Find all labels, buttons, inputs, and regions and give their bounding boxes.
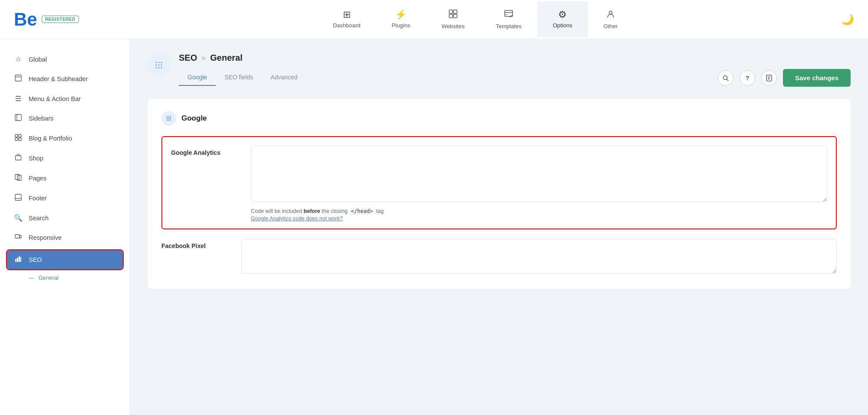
logo-area: Be REGISTERED — [14, 10, 109, 29]
page-icon — [148, 54, 170, 76]
svg-rect-2 — [449, 14, 453, 18]
svg-point-30 — [158, 65, 160, 66]
svg-rect-11 — [15, 134, 18, 137]
sidebar-label-seo: SEO — [29, 256, 42, 263]
svg-point-46 — [170, 118, 171, 119]
nav-item-plugins[interactable]: ⚡ Plugins — [376, 1, 426, 37]
svg-rect-0 — [449, 10, 453, 13]
facebook-pixel-input-area — [241, 239, 837, 275]
star-icon: ☆ — [14, 55, 23, 63]
notes-action-button[interactable] — [761, 70, 777, 86]
nav-label-dashboard: Dashboard — [333, 22, 361, 29]
top-nav-items: ⊞ Dashboard ⚡ Plugins Websites — [109, 0, 841, 38]
save-changes-button[interactable]: Save changes — [783, 69, 851, 87]
templates-icon — [504, 9, 513, 20]
sidebar-sub-general[interactable]: — General — [0, 272, 130, 284]
sidebar-item-footer[interactable]: Footer — [0, 188, 130, 208]
svg-point-26 — [156, 62, 157, 63]
tab-seo-fields[interactable]: SEO fields — [216, 70, 262, 86]
tab-advanced[interactable]: Advanced — [262, 70, 306, 86]
svg-rect-23 — [17, 258, 18, 262]
google-analytics-field-row: Google Analytics Code will be included b… — [161, 136, 837, 229]
svg-rect-1 — [454, 10, 457, 13]
options-icon: ⚙ — [558, 10, 567, 20]
sidebar-label-header-subheader: Header & Subheader — [29, 75, 88, 82]
breadcrumb-separator: » — [201, 53, 206, 62]
nav-label-websites: Websites — [441, 23, 464, 29]
sidebar-label-blog-portfolio: Blog & Portfolio — [29, 135, 72, 142]
sidebar-label-pages: Pages — [29, 175, 46, 182]
svg-point-45 — [168, 118, 170, 119]
sidebar-item-global[interactable]: ☆ Global — [0, 49, 130, 69]
svg-point-34 — [161, 67, 162, 69]
breadcrumb-parent: SEO — [179, 53, 197, 63]
tab-actions: ? Save changes — [718, 69, 851, 87]
google-analytics-hint: Code will be included before the closing… — [251, 207, 827, 216]
svg-point-43 — [170, 116, 171, 118]
google-section-card: Google Google Analytics Code will be inc… — [148, 99, 851, 289]
header-icon — [14, 75, 23, 83]
svg-rect-22 — [15, 259, 16, 262]
svg-point-28 — [161, 62, 162, 63]
nav-label-plugins: Plugins — [392, 22, 411, 29]
svg-point-32 — [156, 67, 157, 69]
sidebar-label-footer: Footer — [29, 195, 47, 202]
sidebar-item-search[interactable]: 🔍 Search — [0, 208, 130, 228]
svg-point-48 — [168, 120, 170, 121]
nav-item-dashboard[interactable]: ⊞ Dashboard — [317, 1, 376, 37]
google-analytics-link[interactable]: Google Analytics code does not work? — [251, 216, 827, 222]
svg-point-27 — [158, 62, 160, 63]
sidebar-item-responsive[interactable]: Responsive — [0, 228, 130, 248]
seo-icon — [14, 255, 23, 264]
svg-point-47 — [167, 120, 168, 121]
menu-icon: ☰ — [14, 95, 23, 103]
nav-item-websites[interactable]: Websites — [426, 0, 480, 38]
search-action-button[interactable] — [718, 70, 733, 86]
google-section-title: Google — [181, 114, 207, 123]
svg-point-29 — [156, 65, 157, 66]
sidebar-item-menu-action-bar[interactable]: ☰ Menu & Action Bar — [0, 89, 130, 108]
sidebar-item-pages[interactable]: Pages — [0, 168, 130, 188]
dark-mode-button[interactable]: 🌙 — [841, 13, 854, 26]
search-sidebar-icon: 🔍 — [14, 214, 23, 222]
svg-rect-21 — [20, 235, 21, 238]
sidebar-item-header-subheader[interactable]: Header & Subheader — [0, 69, 130, 89]
content-area: SEO » General Google SEO fields Advanced… — [130, 39, 868, 415]
nav-item-other[interactable]: Other — [588, 0, 634, 38]
svg-rect-14 — [19, 138, 21, 141]
svg-point-49 — [170, 120, 171, 121]
google-analytics-textarea[interactable] — [251, 146, 827, 202]
shop-icon — [14, 154, 23, 163]
sidebar-item-sidebars[interactable]: Sidebars — [0, 108, 130, 128]
breadcrumb-current: General — [210, 53, 242, 63]
tabs-row: Google SEO fields Advanced ? Save c — [179, 69, 851, 87]
help-icon: ? — [746, 75, 750, 82]
websites-icon — [448, 9, 458, 20]
sidebar-item-seo[interactable]: SEO — [7, 250, 123, 269]
tab-google[interactable]: Google — [179, 70, 216, 86]
nav-item-options[interactable]: ⚙ Options — [537, 1, 588, 37]
sidebar-label-search: Search — [29, 215, 49, 222]
google-analytics-input-area: Code will be included before the closing… — [251, 146, 827, 222]
facebook-pixel-label: Facebook Pixel — [161, 239, 231, 249]
svg-rect-24 — [19, 256, 20, 262]
plugins-icon: ⚡ — [395, 10, 407, 20]
svg-rect-18 — [15, 194, 21, 200]
facebook-pixel-textarea[interactable] — [241, 239, 837, 274]
nav-item-templates[interactable]: Templates — [480, 0, 537, 38]
pages-icon — [14, 174, 23, 183]
logo: Be — [14, 10, 37, 29]
dashboard-icon: ⊞ — [343, 10, 351, 20]
nav-label-options: Options — [553, 22, 572, 29]
svg-point-33 — [158, 67, 160, 69]
svg-point-41 — [167, 116, 168, 118]
svg-point-42 — [168, 116, 170, 118]
sidebar-item-shop[interactable]: Shop — [0, 148, 130, 168]
page-header-right: SEO » General Google SEO fields Advanced… — [179, 53, 851, 87]
help-action-button[interactable]: ? — [740, 70, 755, 86]
svg-point-6 — [609, 11, 612, 14]
svg-rect-25 — [20, 257, 21, 262]
registered-badge: REGISTERED — [42, 16, 79, 23]
sidebar-item-blog-portfolio[interactable]: Blog & Portfolio — [0, 128, 130, 148]
google-analytics-label: Google Analytics — [171, 146, 240, 156]
